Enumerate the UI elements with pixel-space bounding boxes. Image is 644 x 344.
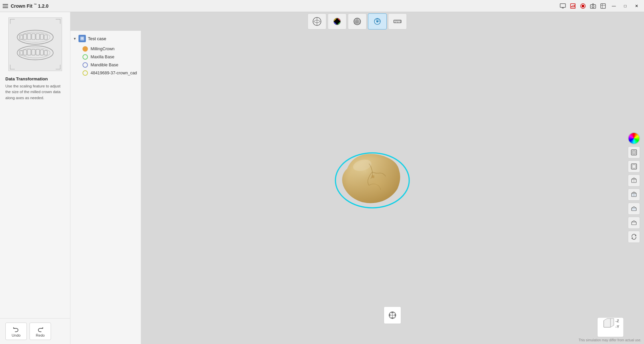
svg-rect-38 [354, 23, 361, 24]
right-toolbar [628, 132, 640, 243]
svg-text:-Z: -Z [615, 319, 619, 323]
list-item[interactable]: 48419689-37-crown_cad [83, 69, 138, 77]
item-icon-mandible-base [83, 62, 88, 68]
menu-icon[interactable] [3, 4, 8, 8]
3d-viewport[interactable]: -Z -Y This simulation may differ from ac… [141, 31, 644, 344]
undo-button[interactable]: Undo [5, 323, 27, 340]
svg-rect-27 [36, 49, 40, 55]
item-icon-maxilla-base [83, 54, 88, 60]
disclaimer-text: This simulation may differ from actual u… [579, 338, 641, 342]
record-icon[interactable] [579, 2, 587, 10]
tree-children: MillingCrown Maxilla Base Mandible Base … [83, 45, 138, 77]
center-reset-button[interactable] [384, 306, 401, 324]
sidebar-info: Data Transformation Use the scaling feat… [0, 76, 70, 104]
maximize-button[interactable]: □ [621, 2, 630, 10]
preview-box [8, 17, 62, 71]
view3d-button[interactable] [308, 13, 326, 29]
item-label-maxilla-base: Maxilla Base [91, 55, 114, 59]
iso-view-1-button[interactable] [628, 175, 640, 187]
iso-view-4-button[interactable] [628, 217, 640, 229]
svg-rect-15 [23, 34, 26, 40]
tree-root-icon [78, 35, 86, 42]
svg-rect-36 [354, 21, 361, 21]
chart-icon[interactable] [569, 2, 577, 10]
axes-svg: -Z -Y [597, 317, 624, 337]
svg-rect-37 [354, 22, 361, 23]
crown-svg [322, 140, 423, 220]
svg-rect-18 [36, 34, 40, 40]
svg-rect-19 [40, 34, 43, 40]
tree-panel: ▼ Test case MillingCrown Maxilla Base [70, 31, 141, 344]
crown-model [322, 140, 423, 221]
bottom-center-controls [384, 306, 401, 324]
rotate-button[interactable]: YOZ [368, 13, 387, 29]
svg-rect-28 [40, 50, 43, 55]
svg-rect-48 [80, 37, 84, 41]
svg-rect-56 [631, 164, 637, 169]
minimize-button[interactable]: — [609, 2, 619, 10]
sidebar-bottom: Undo Redo [0, 318, 70, 344]
list-item[interactable]: Maxilla Base [83, 53, 138, 61]
top-view-button[interactable] [628, 160, 640, 173]
svg-rect-17 [32, 34, 35, 40]
info-title: Data Transformation [5, 76, 65, 81]
axes-indicator: -Z -Y [597, 317, 624, 337]
iso-view-2-button[interactable] [628, 189, 640, 201]
svg-point-10 [592, 6, 594, 8]
titlebar-left: Crown Fit ™ 1.2.0 [3, 3, 48, 9]
svg-rect-55 [632, 151, 636, 154]
svg-text:YOZ: YOZ [376, 20, 381, 22]
middle-area: ▼ Test case MillingCrown Maxilla Base [70, 31, 644, 344]
tree-expand-icon[interactable]: ▼ [73, 37, 76, 41]
tree-root-label: Test case [88, 36, 106, 41]
content-area: YOZ ▼ [70, 12, 644, 344]
toolbar: YOZ [70, 12, 644, 31]
svg-rect-11 [601, 4, 605, 8]
item-icon-crown-cad [83, 70, 88, 76]
reset-view-button[interactable] [628, 231, 640, 243]
svg-rect-57 [632, 165, 636, 168]
close-button[interactable]: ✕ [632, 2, 641, 10]
svg-rect-26 [32, 49, 35, 55]
list-item[interactable]: Mandible Base [83, 61, 138, 69]
svg-rect-62 [632, 208, 636, 211]
tree-root[interactable]: ▼ Test case [73, 35, 138, 42]
svg-point-8 [582, 5, 584, 7]
svg-rect-64 [632, 222, 636, 225]
app-title: Crown Fit ™ 1.2.0 [11, 3, 48, 9]
iso-view-3-button[interactable] [628, 203, 640, 215]
dental-preview [12, 21, 59, 68]
item-label-mandible-base: Mandible Base [91, 63, 118, 67]
svg-rect-42 [394, 20, 401, 23]
item-label-crown-cad: 48419689-37-crown_cad [91, 71, 137, 75]
svg-rect-29 [44, 51, 47, 55]
color-wheel-button[interactable] [628, 132, 640, 144]
item-label-milling-crown: MillingCrown [91, 47, 115, 51]
titlebar: Crown Fit ™ 1.2.0 — □ ✕ [0, 0, 644, 12]
sidebar: Data Transformation Use the scaling feat… [0, 12, 70, 344]
color-map-button[interactable] [328, 13, 346, 29]
svg-rect-25 [27, 49, 31, 55]
titlebar-right: — □ ✕ [559, 2, 641, 10]
svg-rect-20 [44, 35, 47, 40]
svg-rect-0 [560, 4, 566, 7]
item-icon-milling-crown [83, 46, 88, 52]
screen-icon[interactable] [599, 2, 607, 10]
sidebar-preview [0, 12, 70, 76]
monitor-icon[interactable] [559, 2, 567, 10]
main-layout: Data Transformation Use the scaling feat… [0, 12, 644, 344]
info-text: Use the scaling feature to adjust the si… [5, 83, 65, 101]
svg-rect-24 [23, 50, 26, 55]
camera-icon[interactable] [589, 2, 597, 10]
front-view-button[interactable] [628, 146, 640, 158]
list-item[interactable]: MillingCrown [83, 45, 138, 53]
redo-button[interactable]: Redo [30, 323, 51, 340]
shading-button[interactable] [348, 13, 367, 29]
svg-text:-Y: -Y [615, 325, 620, 329]
svg-rect-16 [27, 34, 31, 40]
measure-button[interactable] [388, 13, 407, 29]
